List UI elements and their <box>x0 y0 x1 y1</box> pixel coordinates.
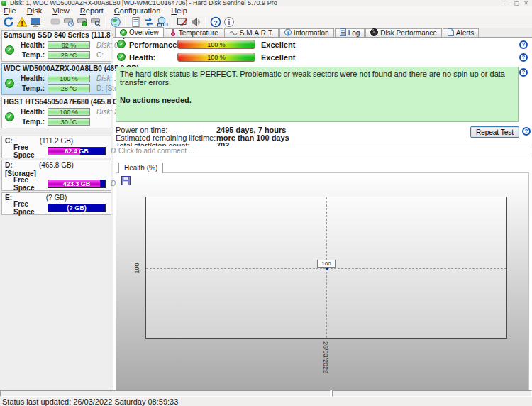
statusbar-panel-left <box>0 390 331 397</box>
svg-text:i: i <box>228 18 230 26</box>
tab-temperature[interactable]: Temperature <box>165 28 223 37</box>
partition-item-d[interactable]: D: [Storage] (465.8 GB) Free Space 423.3… <box>1 160 111 191</box>
repeat-test-help-icon[interactable]: ? <box>522 127 531 136</box>
help-icon[interactable]: ? <box>209 16 221 28</box>
menu-disk[interactable]: Disk <box>27 6 42 16</box>
chart-y-tick: 100 <box>132 261 142 275</box>
repeat-test-button[interactable]: Repeat Test <box>470 126 519 138</box>
performance-ok-icon: ✓ <box>117 40 126 48</box>
menu-configuration[interactable]: Configuration <box>114 6 160 16</box>
monitor-test-icon[interactable] <box>29 16 41 28</box>
temp-bar: 30 °C <box>48 118 90 126</box>
overview-check-icon: ✓ <box>120 29 127 36</box>
disk-schedule-icon[interactable] <box>62 16 74 28</box>
maximize-button[interactable]: ▢ <box>514 0 520 6</box>
statusbar-panel-right <box>332 390 532 397</box>
free-space-label: Free Space <box>13 200 48 216</box>
health-bar: 100 % <box>177 53 255 62</box>
performance-help-icon[interactable]: ? <box>519 40 528 49</box>
toolbar-separator <box>125 17 126 27</box>
health-label: Health: <box>18 108 48 116</box>
disk-ok-status-icon: ✓ <box>5 45 14 55</box>
hard-disk-sentinel-window: Disk: 1, WDC WD5000AZRX-00A8LB0 [WD-WMC1… <box>0 0 532 406</box>
tab-overview[interactable]: ✓ Overview <box>115 27 164 37</box>
health-ok-icon: ✓ <box>117 53 126 61</box>
disk-ok-status-icon: ✓ <box>5 79 14 88</box>
health-row: ✓ Health: 100 % Excellent <box>113 53 532 62</box>
comment-input[interactable] <box>116 146 528 155</box>
warning-report-icon[interactable]: ! <box>16 16 28 28</box>
log-page-icon <box>340 28 346 38</box>
health-bar: 100 % <box>48 75 90 82</box>
network-icon[interactable] <box>156 16 168 28</box>
menu-bar: File Disk View Report Configuration Help <box>0 6 532 16</box>
disk-item-0[interactable]: Samsung SSD 840 Series (111.8 GB) ✓ Heal… <box>1 30 111 62</box>
temp-label: Temp.: <box>18 118 48 126</box>
tab-smart[interactable]: S.M.A.R.T. <box>224 28 279 37</box>
svg-text:!: ! <box>21 19 23 26</box>
health-label: Health: <box>18 75 48 82</box>
tab-alerts[interactable]: Alerts <box>443 28 480 37</box>
minimize-button[interactable]: — <box>504 0 510 6</box>
free-space-bar: (? GB) <box>48 204 106 212</box>
screen-edit-icon[interactable] <box>176 16 188 28</box>
disk-name: HGST HTS545050A7E680 <box>4 98 89 106</box>
chart-tab-health[interactable]: Health (%) <box>118 163 163 173</box>
thermometer-icon <box>170 28 177 38</box>
disk-item-2[interactable]: HGST HTS545050A7E680 (465.8 GB) ✓ Health… <box>1 97 111 128</box>
status-message: The hard disk status is PERFECT. Problem… <box>120 70 514 87</box>
health-bar: 100 % <box>48 108 90 116</box>
health-label: Health: <box>129 53 155 62</box>
sync-icon[interactable] <box>143 16 155 28</box>
disk-detect-icon[interactable] <box>49 16 61 28</box>
status-last-updated: Status last updated: 26/03/2022 Saturday… <box>2 397 178 406</box>
chart-x-tick: 26/03/2022 <box>322 341 331 378</box>
disk-number: Disk: 2 <box>93 108 118 116</box>
menu-help[interactable]: Help <box>171 6 187 16</box>
smart-icon <box>229 29 238 38</box>
disk-item-1[interactable]: WDC WD5000AZRX-00A8LB0 (465.8 GB) ✓ Heal… <box>1 63 111 95</box>
performance-row: ✓ Performance: 100 % Excellent <box>113 40 532 50</box>
sound-icon[interactable] <box>189 16 201 28</box>
tab-log[interactable]: Log <box>335 28 365 37</box>
www-globe-icon[interactable] <box>109 16 121 28</box>
performance-bar: 100 % <box>177 40 255 49</box>
close-button[interactable]: ✕ <box>523 0 528 6</box>
disk-ok-icon[interactable] <box>76 16 88 28</box>
menu-report[interactable]: Report <box>80 6 104 16</box>
disk-search-icon[interactable] <box>89 16 101 28</box>
health-help-icon[interactable]: ? <box>519 53 528 62</box>
disk-name: Samsung SSD 840 Series <box>4 31 89 39</box>
menu-file[interactable]: File <box>4 6 16 16</box>
app-icon <box>1 1 6 6</box>
title-bar: Disk: 1, WDC WD5000AZRX-00A8LB0 [WD-WMC1… <box>0 0 532 6</box>
status-bar: Status last updated: 26/03/2022 Saturday… <box>0 397 532 406</box>
svg-text:i: i <box>287 30 289 36</box>
temp-label: Temp.: <box>18 84 48 92</box>
information-icon[interactable]: i <box>223 16 235 28</box>
window-title: Disk: 1, WDC WD5000AZRX-00A8LB0 [WD-WMC1… <box>10 0 277 6</box>
chart-point-label: 100 <box>317 260 336 268</box>
disk-status-message-box: The hard disk status is PERFECT. Problem… <box>116 67 519 122</box>
toolbar-separator <box>105 17 106 27</box>
report-document-icon[interactable] <box>129 16 141 28</box>
toolbar-separator <box>45 17 45 27</box>
free-space-label: Free Space <box>13 176 48 192</box>
free-space-label: Free Space <box>13 143 48 159</box>
health-history-chart <box>145 197 507 339</box>
temp-bar: 28 °C <box>48 84 90 92</box>
partition-item-c[interactable]: C: (111.2 GB) Free Space 62.4 GB Disk: 0 <box>1 136 111 158</box>
disk-platter-icon <box>370 28 378 38</box>
menu-view[interactable]: View <box>52 6 70 16</box>
status-help-icon[interactable]: ? <box>519 68 528 77</box>
tab-information[interactable]: i Information <box>279 28 334 37</box>
alerts-page-icon <box>448 28 454 38</box>
health-bar: 82 % <box>48 41 90 49</box>
refresh-icon[interactable] <box>2 16 14 28</box>
partition-item-e[interactable]: E: (? GB) Free Space (? GB) <box>1 192 111 215</box>
tab-disk-performance[interactable]: Disk Performance <box>365 28 441 37</box>
svg-text:?: ? <box>214 18 218 26</box>
save-chart-icon[interactable] <box>121 175 131 185</box>
chart-data-point <box>326 268 328 270</box>
free-space-bar: 62.4 GB <box>48 147 106 155</box>
